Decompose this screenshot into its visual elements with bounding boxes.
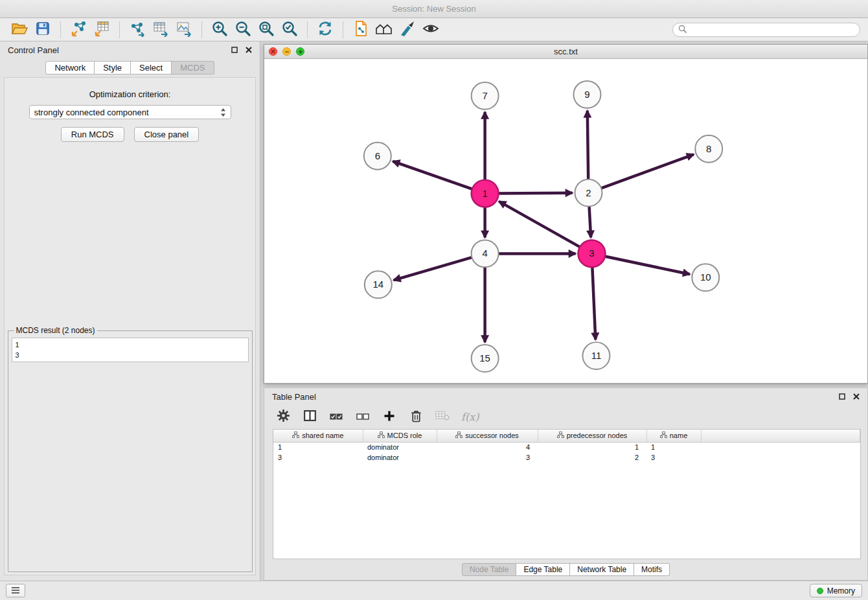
tab-network-table[interactable]: Network Table — [570, 563, 634, 576]
table-row[interactable]: 3dominator323 — [273, 452, 860, 463]
cell-successor-nodes[interactable]: 3 — [437, 452, 538, 463]
network-window-titlebar[interactable]: scc.txt — [264, 45, 867, 59]
search-input[interactable] — [690, 25, 854, 34]
graph-node-6[interactable]: 6 — [364, 143, 391, 170]
main-area: Control Panel NetworkStyleSelectMCDS Opt… — [0, 41, 868, 581]
tab-mcds[interactable]: MCDS — [172, 61, 214, 75]
gear-icon — [277, 410, 290, 424]
apply-style-button[interactable] — [396, 20, 419, 40]
edge-4-14[interactable] — [394, 257, 474, 281]
tab-edge-table[interactable]: Edge Table — [516, 563, 570, 576]
toolbar-separator — [119, 21, 120, 38]
open-folder-icon — [11, 20, 28, 40]
add-row-button[interactable] — [382, 410, 397, 425]
cell-mcds-role[interactable]: dominator — [363, 452, 437, 463]
edge-2-9[interactable] — [588, 111, 588, 181]
zoom-window-icon[interactable] — [296, 47, 304, 56]
edge-1-2[interactable] — [497, 193, 573, 194]
delete-row-button[interactable] — [408, 410, 424, 425]
zoom-selected-button[interactable] — [278, 20, 301, 40]
edge-3-11[interactable] — [592, 266, 595, 340]
zoom-out-button[interactable] — [231, 20, 255, 40]
minimize-window-icon[interactable] — [282, 47, 291, 56]
import-network-button[interactable] — [67, 20, 90, 40]
table-settings-button[interactable] — [275, 410, 291, 425]
graph-node-7[interactable]: 7 — [472, 82, 499, 110]
edge-2-3[interactable] — [589, 205, 591, 238]
edge-3-10[interactable] — [604, 256, 690, 274]
export-network-button[interactable] — [126, 20, 149, 40]
float-panel-icon[interactable] — [839, 392, 845, 402]
attribute-type-icon — [292, 432, 299, 439]
tab-select[interactable]: Select — [131, 61, 172, 75]
save-session-button[interactable] — [31, 20, 54, 40]
clone-network-button[interactable] — [349, 20, 372, 40]
graph-node-11[interactable]: 11 — [582, 342, 610, 369]
graph-node-3[interactable]: 3 — [578, 240, 605, 267]
svg-text:8: 8 — [706, 143, 711, 154]
trash-icon — [410, 410, 422, 425]
cell-successor-nodes[interactable]: 4 — [437, 442, 538, 452]
memory-button[interactable]: Memory — [810, 584, 862, 597]
zoom-in-button[interactable] — [208, 20, 231, 40]
cell-predecessor-nodes[interactable]: 1 — [538, 442, 646, 452]
run-mcds-button[interactable]: Run MCDS — [61, 127, 124, 142]
float-panel-icon[interactable] — [231, 45, 238, 55]
task-history-button[interactable] — [6, 584, 25, 597]
import-table-button[interactable] — [90, 20, 113, 40]
edge-3-1[interactable] — [499, 202, 581, 248]
graph-node-1[interactable]: 1 — [472, 180, 499, 207]
column-header-mcds-role[interactable]: MCDS role — [363, 430, 437, 442]
column-header-successor-nodes[interactable]: successor nodes — [437, 430, 538, 442]
close-panel-icon[interactable] — [853, 392, 860, 402]
network-canvas[interactable]: 7968124310141511 — [264, 59, 867, 383]
svg-text:2: 2 — [586, 187, 591, 198]
edge-2-8[interactable] — [600, 154, 694, 189]
search-box[interactable] — [672, 23, 860, 37]
cell-filler — [701, 442, 860, 452]
tab-network[interactable]: Network — [45, 61, 95, 75]
cell-shared-name[interactable]: 1 — [273, 442, 363, 452]
show-hide-button[interactable] — [419, 20, 442, 40]
table-row[interactable]: 1dominator411 — [273, 442, 860, 452]
close-panel-icon[interactable] — [246, 45, 252, 55]
attribute-type-icon — [455, 432, 463, 439]
refresh-view-button[interactable] — [314, 20, 337, 40]
cell-predecessor-nodes[interactable]: 2 — [538, 452, 646, 463]
graph-node-15[interactable]: 15 — [472, 345, 499, 372]
column-header-predecessor-nodes[interactable]: predecessor nodes — [538, 430, 646, 442]
graph-node-9[interactable]: 9 — [573, 81, 600, 108]
mcds-result-list[interactable]: 13 — [12, 338, 249, 362]
cell-shared-name[interactable]: 3 — [273, 452, 363, 463]
close-panel-button[interactable]: Close panel — [134, 127, 200, 142]
graph-node-4[interactable]: 4 — [472, 240, 499, 267]
cell-mcds-role[interactable]: dominator — [363, 442, 437, 452]
close-window-icon[interactable] — [269, 47, 277, 56]
graph-node-2[interactable]: 2 — [575, 179, 602, 207]
select-all-button[interactable] — [328, 410, 344, 425]
tab-motifs[interactable]: Motifs — [634, 563, 670, 576]
tab-style[interactable]: Style — [95, 61, 131, 75]
function-builder-button[interactable]: f(x) — [461, 410, 479, 425]
graph-node-8[interactable]: 8 — [695, 135, 722, 163]
export-image-button[interactable] — [172, 20, 196, 40]
toolbar-separator — [201, 21, 202, 38]
show-column-button[interactable] — [302, 410, 317, 425]
graph-node-10[interactable]: 10 — [692, 264, 719, 291]
open-session-button[interactable] — [8, 20, 31, 40]
fx-icon: f(x) — [461, 411, 479, 423]
first-neighbors-button[interactable] — [372, 20, 396, 40]
export-table-button[interactable] — [149, 20, 172, 40]
edge-1-6[interactable] — [393, 161, 473, 189]
delete-table-button[interactable] — [435, 410, 450, 425]
column-header-shared-name[interactable]: shared name — [273, 430, 363, 442]
cell-name[interactable]: 3 — [646, 452, 701, 463]
cell-name[interactable]: 1 — [646, 442, 701, 452]
criterion-dropdown[interactable]: strongly connected component — [29, 105, 231, 119]
tab-node-table[interactable]: Node Table — [462, 563, 517, 576]
svg-text:9: 9 — [584, 89, 589, 100]
deselect-all-button[interactable] — [355, 410, 371, 425]
column-header-name[interactable]: name — [646, 430, 701, 442]
zoom-fit-button[interactable] — [255, 20, 278, 40]
graph-node-14[interactable]: 14 — [365, 271, 392, 298]
